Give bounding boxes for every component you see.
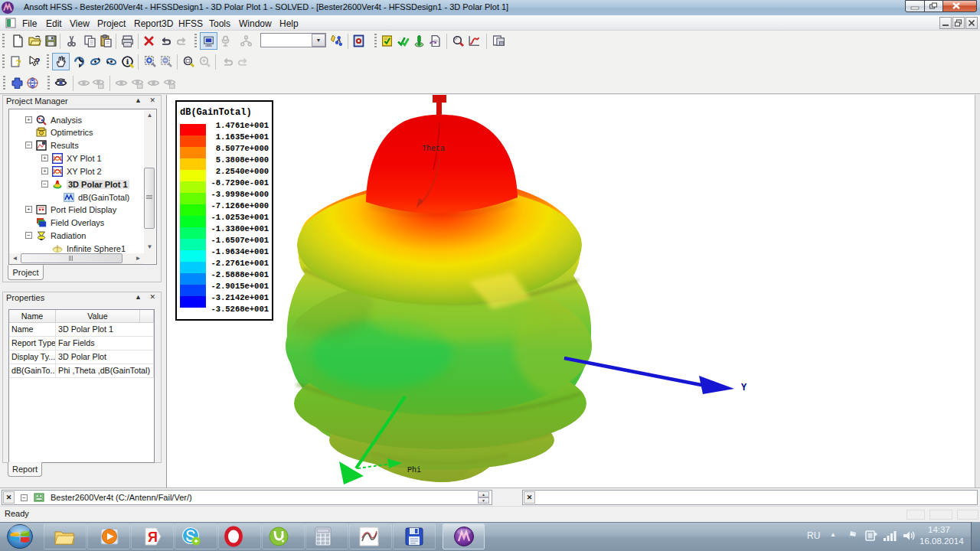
svg-text:Я: Я [148, 530, 158, 545]
svg-text:?: ? [35, 57, 41, 66]
svg-text:Y: Y [741, 383, 747, 393]
svg-text:Phi: Phi [407, 466, 421, 474]
svg-text:?: ? [15, 57, 21, 67]
svg-text:i: i [126, 57, 129, 66]
svg-text:Theta: Theta [422, 145, 445, 153]
